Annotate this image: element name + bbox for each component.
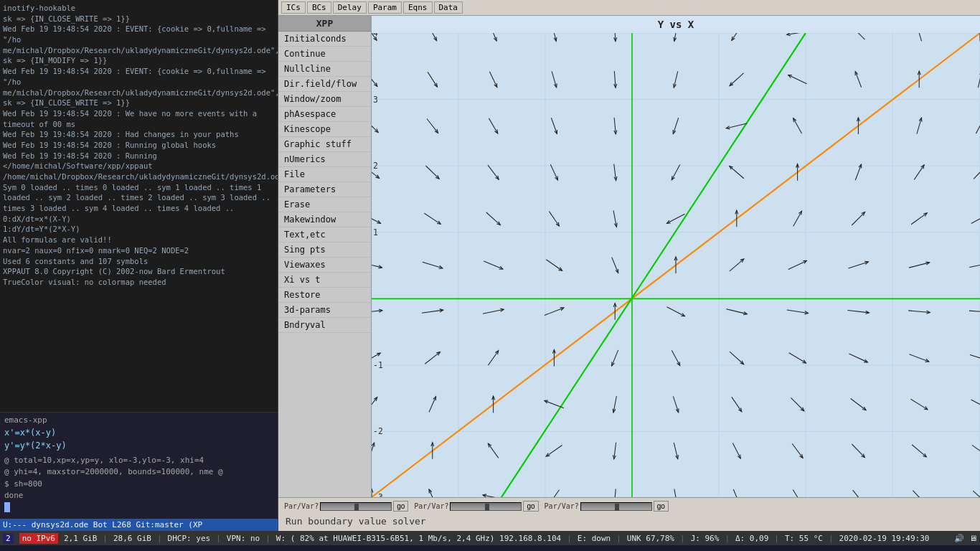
menu-item-viewaxes[interactable]: Viewaxes (278, 258, 371, 273)
menu-item-text-etc[interactable]: Text,etc (278, 227, 371, 242)
toolbar-btn-ics[interactable]: ICs (281, 1, 306, 14)
toolbar-btn-eqns[interactable]: Eqns (403, 1, 433, 14)
emacs-config-line: done (4, 490, 273, 502)
go-button-0[interactable]: go (393, 501, 408, 512)
emacs-code-line: y'=y*(2*x-y) (4, 439, 273, 452)
menu-item-initialconds[interactable]: Initialconds (278, 32, 371, 47)
menu-item-restore[interactable]: Restore (278, 288, 371, 303)
par-var-row: Par/Var? go Par/Var? go Par/Var? go (284, 501, 974, 512)
terminal-output: inotify-hookablesk => {IN_CLOSE_WRITE =>… (0, 0, 278, 412)
par-var-label-2: Par/Var? (545, 502, 579, 510)
emacs-code: x'=x*(x-y)y'=y*(2*x-y) (4, 426, 273, 452)
emacs-cursor (4, 502, 10, 512)
status-disk: 28,6 GiB (113, 534, 151, 543)
par-var-label-0: Par/Var? (284, 502, 319, 510)
emacs-area: emacs-xpp x'=x*(x-y)y'=y*(2*x-y) @ total… (0, 412, 278, 519)
svg-text:3: 3 (373, 94, 378, 105)
menu-item-nullcline[interactable]: Nullcline (278, 62, 371, 77)
status-workspace-num: 2 (3, 533, 14, 544)
terminal-line: sk => {IN_CLOSE_WRITE => 1}} (3, 98, 275, 108)
toolbar-btn-data[interactable]: Data (434, 1, 463, 14)
terminal-line: All formulas are valid!! (3, 235, 275, 245)
menu-item-erase[interactable]: Erase (278, 197, 371, 212)
terminal-line: Wed Feb 19 19:48:54 2020 : Running </hom… (3, 151, 275, 182)
par-var-group-2: Par/Var? go (545, 501, 669, 512)
terminal-line: nvar=2 naux=0 nfix=0 nmark=0 NEQ=2 NODE=… (3, 245, 275, 256)
par-var-slider-1[interactable] (450, 502, 522, 511)
terminal-line: Sym 0 loaded .. times 0 loaded .. sym 1 … (3, 182, 275, 214)
status-icons: 🔊 🖥 (954, 534, 977, 543)
status-datetime: 2020-02-19 19:49:30 (839, 534, 930, 543)
emacs-config-line: @ yhi=4, maxstor=2000000, bounds=100000,… (4, 466, 273, 479)
graph-area: Y vs X (372, 16, 980, 497)
status-wifi: W: ( 82% at HUAWEI-B315-6B51, 1 Mb/s, 2,… (276, 534, 561, 543)
terminal-line: 0:dX/dt=x*(X-Y) (3, 214, 275, 225)
terminal-line: Wed Feb 19 19:48:54 2020 : Had changes i… (3, 129, 275, 140)
status-network: no IPv6 (19, 533, 58, 544)
run-bvp-label: Run boundary value solver (284, 514, 974, 528)
system-status-bar: 2 no IPv6 2,1 GiB | 28,6 GiB | DHCP: yes… (0, 531, 980, 545)
par-var-label-1: Par/Var? (414, 502, 448, 510)
svg-text:1: 1 (373, 227, 378, 237)
xpp-menu: XPP InitialcondsContinueNullclineDir.fie… (278, 16, 372, 497)
status-unk: UNK 67,78% (627, 534, 674, 543)
terminal-line: TrueColor visual: no colormap needed (3, 277, 275, 288)
terminal-line: inotify-hookable (3, 3, 275, 14)
terminal-line: Wed Feb 19 19:48:54 2020 : EVENT: {cooki… (3, 66, 275, 87)
svg-text:-1: -1 (373, 359, 383, 370)
status-eth: E: down (578, 534, 611, 543)
status-delta: Δ: 0,09 (735, 534, 768, 543)
terminal-line: Wed Feb 19 19:48:54 2020 : We have no mo… (3, 108, 275, 129)
terminal-line: XPPAUT 8.0 Copyright (C) 2002-now Bard E… (3, 266, 275, 277)
status-memory: 2,1 GiB (64, 534, 97, 543)
emacs-config-line: @ total=10,xp=x,yp=y, xlo=-3,ylo=-3, xhi… (4, 455, 273, 467)
terminal-line: Wed Feb 19 19:48:54 2020 : EVENT: {cooki… (3, 24, 275, 44)
xpp-menu-title: XPP (278, 16, 371, 32)
par-var-group-0: Par/Var? go (284, 501, 408, 512)
par-var-slider-2[interactable] (580, 502, 652, 511)
right-xpp-panel: ICsBCsDelayParamEqnsData XPP Initialcond… (278, 0, 980, 531)
par-var-slider-0[interactable] (320, 502, 392, 511)
status-vpn: VPN: no (227, 534, 260, 543)
status-dhcp: DHCP: yes (168, 534, 211, 543)
terminal-line: sk => {IN_CLOSE_WRITE => 1}} (3, 14, 275, 24)
emacs-code-line: x'=x*(x-y) (4, 426, 273, 439)
menu-item-continue[interactable]: Continue (278, 47, 371, 62)
menu-item-file[interactable]: File (278, 167, 371, 182)
emacs-config-line: $ sh=800 (4, 479, 273, 491)
left-terminal-panel: inotify-hookablesk => {IN_CLOSE_WRITE =>… (0, 0, 278, 531)
svg-text:-2: -2 (373, 426, 383, 437)
menu-item-dir-field-flow[interactable]: Dir.field/flow (278, 77, 371, 92)
xpp-toolbar: ICsBCsDelayParamEqnsData (278, 0, 980, 16)
bottom-controls: Par/Var? go Par/Var? go Par/Var? go Run … (278, 497, 980, 531)
menu-item-parameters[interactable]: Parameters (278, 182, 371, 197)
go-button-1[interactable]: go (523, 501, 538, 512)
terminal-line: me/michal/Dropbox/Research/ukladydynamic… (3, 45, 275, 56)
terminal-line: me/michal/Dropbox/Research/ukladydynamic… (3, 88, 275, 98)
menu-item-graphic-stuff[interactable]: Graphic stuff (278, 137, 371, 152)
status-j: J: 96% (691, 534, 720, 543)
menu-item-phasespace[interactable]: phAsespace (278, 107, 371, 122)
svg-text:4: 4 (373, 33, 378, 39)
emacs-title: emacs-xpp (4, 415, 273, 425)
par-var-group-1: Par/Var? go (414, 501, 538, 512)
menu-item-3d-params[interactable]: 3d-params (278, 303, 371, 318)
svg-text:-3: -3 (373, 492, 383, 497)
menu-item-kinescope[interactable]: Kinescope (278, 122, 371, 137)
menu-item-numerics[interactable]: nUmerics (278, 152, 371, 167)
terminal-line: Wed Feb 19 19:48:54 2020 : Running globa… (3, 140, 275, 151)
go-button-2[interactable]: go (654, 501, 669, 512)
toolbar-btn-delay[interactable]: Delay (333, 1, 367, 14)
graph-title: Y vs X (372, 16, 980, 33)
menu-item-window-zoom[interactable]: Window/zoom (278, 92, 371, 107)
menu-item-xi-vs-t[interactable]: Xi vs t (278, 273, 371, 288)
graph-svg: -3-2-101234-3-2-11234 (372, 33, 980, 497)
toolbar-btn-param[interactable]: Param (368, 1, 402, 14)
menu-item-sing-pts[interactable]: Sing pts (278, 242, 371, 258)
toolbar-btn-bcs[interactable]: BCs (307, 1, 331, 14)
status-temp: T: 55 °C (785, 534, 823, 543)
menu-item-makewindow[interactable]: Makewindow (278, 212, 371, 227)
svg-text:2: 2 (373, 161, 378, 171)
emacs-statusbar: U:--- dynsys2d.ode Bot L268 Git:master (… (0, 519, 278, 531)
menu-item-bndryval[interactable]: Bndryval (278, 318, 371, 333)
